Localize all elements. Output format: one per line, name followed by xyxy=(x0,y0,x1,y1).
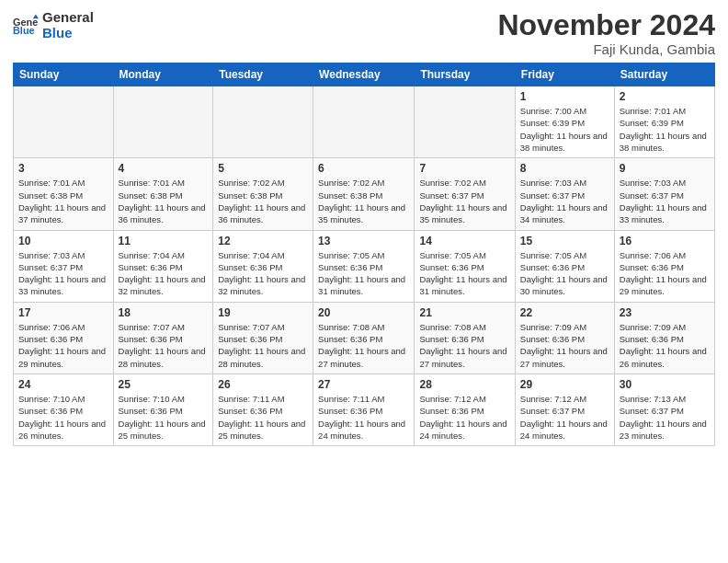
calendar-cell xyxy=(113,86,213,158)
day-number: 8 xyxy=(520,162,609,175)
weekday-header-sunday: Sunday xyxy=(14,63,114,86)
day-number: 10 xyxy=(18,235,108,247)
calendar-cell: 4Sunrise: 7:01 AM Sunset: 6:38 PM Daylig… xyxy=(113,158,213,230)
day-number: 14 xyxy=(419,235,509,247)
weekday-header-monday: Monday xyxy=(113,63,213,86)
logo-blue: Blue xyxy=(42,25,73,40)
day-number: 24 xyxy=(18,378,108,391)
day-info: Sunrise: 7:11 AM Sunset: 6:36 PM Dayligh… xyxy=(218,393,308,442)
calendar-cell xyxy=(213,86,313,158)
calendar-cell: 25Sunrise: 7:10 AM Sunset: 6:36 PM Dayli… xyxy=(113,373,213,445)
day-info: Sunrise: 7:01 AM Sunset: 6:38 PM Dayligh… xyxy=(18,177,108,225)
day-number: 18 xyxy=(119,306,209,319)
calendar-cell xyxy=(313,86,415,158)
logo-icon: General Blue xyxy=(13,13,39,39)
day-info: Sunrise: 7:07 AM Sunset: 6:36 PM Dayligh… xyxy=(218,321,308,370)
day-number: 29 xyxy=(520,378,609,391)
day-number: 23 xyxy=(620,306,710,319)
calendar-cell xyxy=(14,86,114,158)
calendar-cell: 22Sunrise: 7:09 AM Sunset: 6:36 PM Dayli… xyxy=(515,302,614,373)
calendar-cell: 15Sunrise: 7:05 AM Sunset: 6:36 PM Dayli… xyxy=(515,230,614,302)
calendar-week-2: 3Sunrise: 7:01 AM Sunset: 6:38 PM Daylig… xyxy=(14,158,715,230)
day-number: 22 xyxy=(520,306,609,319)
calendar-cell: 11Sunrise: 7:04 AM Sunset: 6:36 PM Dayli… xyxy=(113,230,213,302)
location: Faji Kunda, Gambia xyxy=(497,41,715,57)
day-info: Sunrise: 7:11 AM Sunset: 6:36 PM Dayligh… xyxy=(318,393,409,442)
day-info: Sunrise: 7:05 AM Sunset: 6:36 PM Dayligh… xyxy=(520,249,609,298)
calendar-cell: 12Sunrise: 7:04 AM Sunset: 6:36 PM Dayli… xyxy=(213,230,313,302)
day-number: 26 xyxy=(218,378,308,391)
day-number: 30 xyxy=(620,378,710,391)
day-number: 4 xyxy=(119,162,209,175)
day-info: Sunrise: 7:03 AM Sunset: 6:37 PM Dayligh… xyxy=(620,177,710,225)
day-info: Sunrise: 7:10 AM Sunset: 6:36 PM Dayligh… xyxy=(119,393,209,442)
day-info: Sunrise: 7:07 AM Sunset: 6:36 PM Dayligh… xyxy=(119,321,209,370)
calendar-cell: 30Sunrise: 7:13 AM Sunset: 6:37 PM Dayli… xyxy=(614,373,714,445)
calendar-cell: 1Sunrise: 7:00 AM Sunset: 6:39 PM Daylig… xyxy=(515,86,614,158)
calendar-cell: 10Sunrise: 7:03 AM Sunset: 6:37 PM Dayli… xyxy=(14,230,114,302)
calendar-week-5: 24Sunrise: 7:10 AM Sunset: 6:36 PM Dayli… xyxy=(14,373,715,445)
day-number: 7 xyxy=(419,162,509,175)
day-number: 5 xyxy=(218,162,308,175)
day-number: 13 xyxy=(318,235,409,247)
calendar-cell: 29Sunrise: 7:12 AM Sunset: 6:37 PM Dayli… xyxy=(515,373,614,445)
calendar-week-4: 17Sunrise: 7:06 AM Sunset: 6:36 PM Dayli… xyxy=(14,302,715,373)
day-info: Sunrise: 7:03 AM Sunset: 6:37 PM Dayligh… xyxy=(18,249,108,298)
day-info: Sunrise: 7:08 AM Sunset: 6:36 PM Dayligh… xyxy=(318,321,409,370)
day-number: 21 xyxy=(419,306,509,319)
weekday-header-saturday: Saturday xyxy=(614,63,714,86)
weekday-header-wednesday: Wednesday xyxy=(313,63,415,86)
day-number: 25 xyxy=(119,378,209,391)
day-number: 28 xyxy=(419,378,509,391)
day-number: 15 xyxy=(520,235,609,247)
calendar-cell xyxy=(415,86,515,158)
logo-general: General xyxy=(42,9,94,25)
calendar-cell: 14Sunrise: 7:05 AM Sunset: 6:36 PM Dayli… xyxy=(415,230,515,302)
day-info: Sunrise: 7:09 AM Sunset: 6:36 PM Dayligh… xyxy=(520,321,609,370)
day-number: 12 xyxy=(218,235,308,247)
day-info: Sunrise: 7:12 AM Sunset: 6:36 PM Dayligh… xyxy=(419,393,509,442)
weekday-header-row: SundayMondayTuesdayWednesdayThursdayFrid… xyxy=(14,63,715,86)
calendar-cell: 23Sunrise: 7:09 AM Sunset: 6:36 PM Dayli… xyxy=(614,302,714,373)
day-info: Sunrise: 7:01 AM Sunset: 6:38 PM Dayligh… xyxy=(119,177,209,225)
calendar-cell: 9Sunrise: 7:03 AM Sunset: 6:37 PM Daylig… xyxy=(614,158,714,230)
calendar-cell: 19Sunrise: 7:07 AM Sunset: 6:36 PM Dayli… xyxy=(213,302,313,373)
day-info: Sunrise: 7:00 AM Sunset: 6:39 PM Dayligh… xyxy=(520,105,609,154)
calendar-cell: 13Sunrise: 7:05 AM Sunset: 6:36 PM Dayli… xyxy=(313,230,415,302)
day-number: 9 xyxy=(620,162,710,175)
day-info: Sunrise: 7:13 AM Sunset: 6:37 PM Dayligh… xyxy=(620,393,710,442)
day-info: Sunrise: 7:04 AM Sunset: 6:36 PM Dayligh… xyxy=(119,249,209,298)
calendar-cell: 28Sunrise: 7:12 AM Sunset: 6:36 PM Dayli… xyxy=(415,373,515,445)
day-number: 20 xyxy=(318,306,409,319)
month-title: November 2024 xyxy=(497,9,715,41)
day-number: 19 xyxy=(218,306,308,319)
calendar-cell: 16Sunrise: 7:06 AM Sunset: 6:36 PM Dayli… xyxy=(614,230,714,302)
day-number: 16 xyxy=(620,235,710,247)
calendar-cell: 7Sunrise: 7:02 AM Sunset: 6:37 PM Daylig… xyxy=(415,158,515,230)
day-info: Sunrise: 7:02 AM Sunset: 6:38 PM Dayligh… xyxy=(218,177,308,225)
day-info: Sunrise: 7:08 AM Sunset: 6:36 PM Dayligh… xyxy=(419,321,509,370)
calendar-cell: 18Sunrise: 7:07 AM Sunset: 6:36 PM Dayli… xyxy=(113,302,213,373)
calendar-cell: 2Sunrise: 7:01 AM Sunset: 6:39 PM Daylig… xyxy=(614,86,714,158)
day-info: Sunrise: 7:03 AM Sunset: 6:37 PM Dayligh… xyxy=(520,177,609,225)
day-info: Sunrise: 7:05 AM Sunset: 6:36 PM Dayligh… xyxy=(419,249,509,298)
calendar-cell: 17Sunrise: 7:06 AM Sunset: 6:36 PM Dayli… xyxy=(14,302,114,373)
day-number: 17 xyxy=(18,306,108,319)
day-info: Sunrise: 7:02 AM Sunset: 6:38 PM Dayligh… xyxy=(318,177,409,225)
day-number: 27 xyxy=(318,378,409,391)
day-number: 11 xyxy=(119,235,209,247)
calendar-cell: 27Sunrise: 7:11 AM Sunset: 6:36 PM Dayli… xyxy=(313,373,415,445)
day-info: Sunrise: 7:04 AM Sunset: 6:36 PM Dayligh… xyxy=(218,249,308,298)
day-info: Sunrise: 7:10 AM Sunset: 6:36 PM Dayligh… xyxy=(18,393,108,442)
day-info: Sunrise: 7:01 AM Sunset: 6:39 PM Dayligh… xyxy=(620,105,710,154)
calendar-cell: 6Sunrise: 7:02 AM Sunset: 6:38 PM Daylig… xyxy=(313,158,415,230)
day-number: 3 xyxy=(18,162,108,175)
weekday-header-friday: Friday xyxy=(515,63,614,86)
calendar-week-1: 1Sunrise: 7:00 AM Sunset: 6:39 PM Daylig… xyxy=(14,86,715,158)
logo: General Blue General Blue xyxy=(13,9,94,41)
calendar-table: SundayMondayTuesdayWednesdayThursdayFrid… xyxy=(13,63,715,446)
calendar-cell: 3Sunrise: 7:01 AM Sunset: 6:38 PM Daylig… xyxy=(14,158,114,230)
day-info: Sunrise: 7:06 AM Sunset: 6:36 PM Dayligh… xyxy=(620,249,710,298)
calendar-cell: 24Sunrise: 7:10 AM Sunset: 6:36 PM Dayli… xyxy=(14,373,114,445)
day-info: Sunrise: 7:06 AM Sunset: 6:36 PM Dayligh… xyxy=(18,321,108,370)
